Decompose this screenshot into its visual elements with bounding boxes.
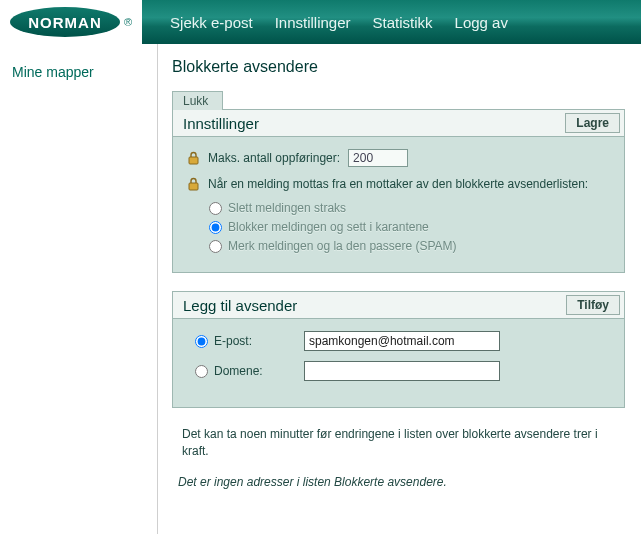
add-row-domain: Domene: [195, 361, 610, 381]
domain-label: Domene: [214, 364, 304, 378]
lock-icon [187, 177, 200, 191]
on-receive-row: Når en melding mottas fra en mottaker av… [187, 177, 610, 191]
radio-delete-label: Slett meldingen straks [228, 201, 346, 215]
nav-logout[interactable]: Logg av [455, 14, 508, 31]
radio-quarantine[interactable] [209, 221, 222, 234]
add-sender-panel: Legg til avsender Tilføy E-post: Domene: [172, 291, 625, 408]
action-radio-group: Slett meldingen straks Blokker meldingen… [209, 201, 610, 253]
radio-row-quarantine: Blokker meldingen og sett i karantene [209, 220, 610, 234]
max-entries-label: Maks. antall oppføringer: [208, 151, 340, 165]
on-receive-label: Når en melding mottas fra en mottaker av… [208, 177, 588, 191]
registered-mark: ® [124, 16, 132, 28]
add-row-email: E-post: [195, 331, 610, 351]
radio-markpass[interactable] [209, 240, 222, 253]
close-tab[interactable]: Lukk [172, 91, 223, 110]
nav-settings[interactable]: Innstillinger [275, 14, 351, 31]
brand-name: NORMAN [10, 7, 120, 37]
radio-quarantine-label: Blokker meldingen og sett i karantene [228, 220, 429, 234]
email-label: E-post: [214, 334, 304, 348]
sidebar-my-folders[interactable]: Mine mapper [12, 64, 94, 80]
domain-input[interactable] [304, 361, 500, 381]
svg-rect-1 [189, 183, 198, 190]
top-bar: NORMAN ® Sjekk e-post Innstillinger Stat… [0, 0, 641, 44]
brand-logo: NORMAN ® [10, 7, 132, 37]
radio-delete[interactable] [209, 202, 222, 215]
settings-panel-body: Maks. antall oppføringer: Når en melding… [173, 137, 624, 272]
settings-panel-header: Innstillinger Lagre [173, 110, 624, 137]
nav-check-mail[interactable]: Sjekk e-post [170, 14, 253, 31]
radio-email[interactable] [195, 335, 208, 348]
add-sender-header: Legg til avsender Tilføy [173, 292, 624, 319]
add-sender-body: E-post: Domene: [173, 319, 624, 407]
nav-statistics[interactable]: Statistikk [373, 14, 433, 31]
sidebar: Mine mapper [0, 44, 158, 534]
radio-domain[interactable] [195, 365, 208, 378]
radio-row-markpass: Merk meldingen og la den passere (SPAM) [209, 239, 610, 253]
add-sender-title: Legg til avsender [183, 297, 297, 314]
main: Mine mapper Blokkerte avsendere Lukk Inn… [0, 44, 641, 534]
max-entries-input[interactable] [348, 149, 408, 167]
max-entries-row: Maks. antall oppføringer: [187, 149, 610, 167]
radio-row-delete: Slett meldingen straks [209, 201, 610, 215]
svg-rect-0 [189, 157, 198, 164]
settings-panel: Innstillinger Lagre Maks. antall oppføri… [172, 109, 625, 273]
email-input[interactable] [304, 331, 500, 351]
page-title: Blokkerte avsendere [172, 58, 625, 76]
change-delay-note: Det kan ta noen minutter før endringene … [182, 426, 625, 461]
save-button[interactable]: Lagre [565, 113, 620, 133]
radio-markpass-label: Merk meldingen og la den passere (SPAM) [228, 239, 457, 253]
content: Blokkerte avsendere Lukk Innstillinger L… [158, 44, 641, 534]
lock-icon [187, 151, 200, 165]
logo-wrap: NORMAN ® [0, 0, 142, 44]
add-button[interactable]: Tilføy [566, 295, 620, 315]
empty-list-message: Det er ingen adresser i listen Blokkerte… [178, 475, 625, 489]
settings-panel-title: Innstillinger [183, 115, 259, 132]
top-nav: Sjekk e-post Innstillinger Statistikk Lo… [170, 14, 508, 31]
